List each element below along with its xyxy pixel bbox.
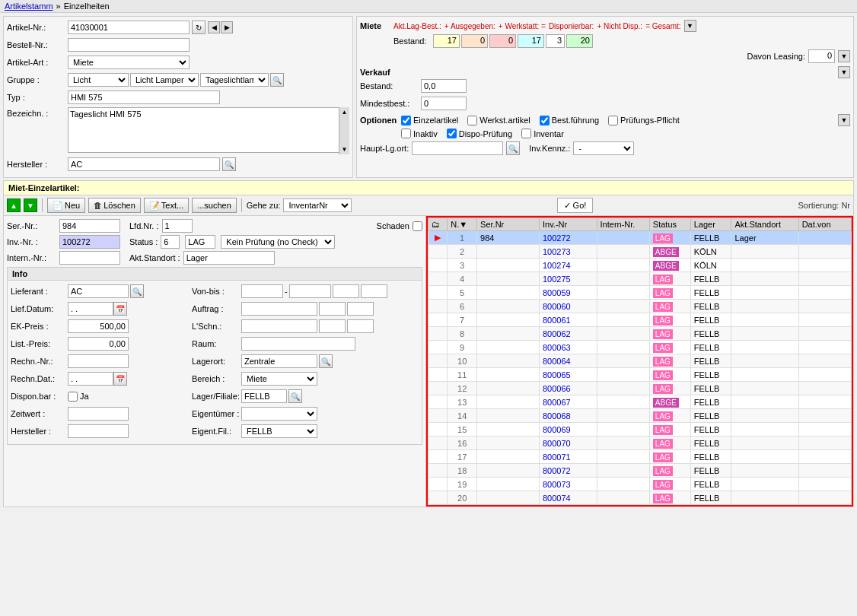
th-lager[interactable]: Lager xyxy=(690,218,731,231)
table-row[interactable]: 17 800071 LAG FELLB xyxy=(428,450,852,464)
rechn-nr-input[interactable] xyxy=(68,354,129,368)
hersteller-info-input[interactable] xyxy=(68,424,129,438)
th-aktStandort[interactable]: Akt.Standort xyxy=(731,218,798,231)
dispon-bar-cb[interactable] xyxy=(68,392,78,402)
lager-filiale-input[interactable] xyxy=(241,389,287,403)
up-arrow-btn[interactable]: ▲ xyxy=(7,198,21,212)
einzelartikel-cb[interactable] xyxy=(401,116,411,125)
down-arrow-btn[interactable]: ▼ xyxy=(24,198,37,212)
neu-btn[interactable]: 📄 Neu xyxy=(47,198,85,213)
artikel-art-select[interactable]: Miete xyxy=(68,56,190,69)
lieferant-input[interactable] xyxy=(68,284,129,298)
zeitwert-input[interactable] xyxy=(68,407,129,421)
ser-nr-input[interactable] xyxy=(59,219,120,233)
lagerort-input[interactable] xyxy=(241,354,317,368)
l-schn-extra1[interactable] xyxy=(319,319,346,333)
raum-input[interactable] xyxy=(241,337,355,351)
miete-dropdown-btn[interactable]: ▼ xyxy=(684,20,696,32)
hersteller-search-btn[interactable]: 🔍 xyxy=(222,157,236,171)
th-internNr[interactable]: Intern-Nr. xyxy=(597,218,649,231)
auftrag-input[interactable] xyxy=(241,302,317,316)
table-row[interactable]: 15 800069 LAG FELLB xyxy=(428,423,852,437)
table-row[interactable]: 4 100275 LAG FELLB xyxy=(428,272,852,286)
dispo-pruefung-cb[interactable] xyxy=(447,129,457,138)
bis-input[interactable] xyxy=(289,284,331,298)
table-row[interactable]: 9 800063 LAG FELLB xyxy=(428,341,852,354)
ek-preis-input[interactable] xyxy=(68,319,129,333)
breadcrumb-root[interactable]: Artikelstamm xyxy=(5,2,53,11)
text-btn[interactable]: 📝 Text... xyxy=(144,198,189,213)
verkauf-bestand-input[interactable] xyxy=(421,79,467,93)
gruppe-select3[interactable]: Tageslichtlam xyxy=(200,73,269,87)
table-row[interactable]: 2 100273 ABGE KÖLN xyxy=(428,245,852,259)
bezeichnung-textarea[interactable]: Tageslicht HMI 575 xyxy=(68,107,349,153)
th-invNr[interactable]: Inv.-Nr xyxy=(539,218,597,231)
list-preis-input[interactable] xyxy=(68,337,129,351)
table-row[interactable]: 5 800059 LAG FELLB xyxy=(428,286,852,300)
th-datVon[interactable]: Dat.von xyxy=(798,218,851,231)
table-row[interactable]: 8 800062 LAG FELLB xyxy=(428,327,852,341)
lager-filiale-search-btn[interactable]: 🔍 xyxy=(288,389,302,403)
table-row[interactable]: 18 800072 LAG FELLB xyxy=(428,464,852,478)
inventar-cb[interactable] xyxy=(521,129,531,138)
best-fuehrung-cb[interactable] xyxy=(540,116,550,125)
haupt-lg-input[interactable] xyxy=(412,141,503,155)
lfd-nr-input[interactable] xyxy=(162,219,193,233)
hersteller-input[interactable] xyxy=(68,157,220,171)
eigent-fil-select[interactable]: FELLB xyxy=(241,424,317,438)
artikel-nr-input[interactable]: 41030001 xyxy=(68,21,190,34)
von-input[interactable] xyxy=(241,284,283,298)
gruppe-search-btn[interactable]: 🔍 xyxy=(270,73,284,87)
go-btn[interactable]: ✓ Go! xyxy=(557,198,594,213)
table-row[interactable]: 7 800061 LAG FELLB xyxy=(428,313,852,327)
auftrag-extra2[interactable] xyxy=(347,302,374,316)
akt-standort-input[interactable] xyxy=(183,251,275,265)
intern-nr-input[interactable] xyxy=(59,251,120,265)
lagerort-search-btn[interactable]: 🔍 xyxy=(319,354,333,368)
table-row[interactable]: 3 100274 ABGE KÖLN xyxy=(428,259,852,272)
table-row[interactable]: 10 800064 LAG FELLB xyxy=(428,354,852,368)
auftrag-extra1[interactable] xyxy=(319,302,346,316)
typ-input[interactable] xyxy=(68,90,220,104)
table-row[interactable]: 19 800073 LAG FELLB xyxy=(428,478,852,491)
next-arrow[interactable]: ▶ xyxy=(221,21,233,33)
lag-input[interactable] xyxy=(185,235,215,249)
inv-nr-input[interactable] xyxy=(59,235,120,249)
table-row[interactable]: ▶ 1 984 100272 LAG FELLB Lager xyxy=(428,231,852,245)
th-serNr[interactable]: Ser.Nr xyxy=(477,218,540,231)
eigentuemer-select[interactable] xyxy=(241,407,317,421)
table-row[interactable]: 11 800065 LAG FELLB xyxy=(428,368,852,382)
schaden-cb[interactable] xyxy=(413,221,422,231)
optionen-dropdown-btn[interactable]: ▼ xyxy=(838,114,850,126)
inaktiv-cb[interactable] xyxy=(401,129,411,138)
gehe-zu-select[interactable]: InventarNr xyxy=(283,198,352,212)
table-row[interactable]: 14 800068 LAG FELLB xyxy=(428,409,852,423)
von-extra2[interactable] xyxy=(361,284,387,298)
pruefungs-pflicht-cb[interactable] xyxy=(608,116,618,125)
gruppe-select2[interactable]: Licht Lampen xyxy=(130,73,199,87)
rechn-dat-input[interactable] xyxy=(68,372,113,386)
verkauf-dropdown-btn[interactable]: ▼ xyxy=(838,66,850,78)
table-row[interactable]: 12 800066 LAG FELLB xyxy=(428,382,852,395)
table-wrapper[interactable]: 🗂 N.▼ Ser.Nr Inv.-Nr Intern-Nr. Status L… xyxy=(428,218,852,505)
loeschen-btn[interactable]: 🗑 Löschen xyxy=(88,198,141,213)
prev-arrow[interactable]: ◀ xyxy=(208,21,220,33)
table-row[interactable]: 16 800070 LAG FELLB xyxy=(428,437,852,450)
th-n[interactable]: N.▼ xyxy=(448,218,477,231)
lieferant-search-btn[interactable]: 🔍 xyxy=(130,284,144,298)
status-input[interactable] xyxy=(161,235,180,249)
table-row[interactable]: 13 800067 ABGE FELLB xyxy=(428,395,852,409)
table-row[interactable]: 20 800074 LAG FELLB xyxy=(428,491,852,505)
bestell-nr-input[interactable] xyxy=(68,38,190,52)
davon-leasing-dropdown[interactable]: ▼ xyxy=(838,50,850,62)
kein-pruefung-select[interactable]: Kein Prüfung (no Check) xyxy=(221,235,335,249)
lief-datum-input[interactable] xyxy=(68,302,113,316)
gruppe-select1[interactable]: Licht xyxy=(68,73,129,87)
von-extra1[interactable] xyxy=(333,284,359,298)
l-schn-input[interactable] xyxy=(241,319,317,333)
lief-datum-cal-btn[interactable]: 📅 xyxy=(113,302,127,316)
werkst-artikel-cb[interactable] xyxy=(467,116,477,125)
table-row[interactable]: 6 800060 LAG FELLB xyxy=(428,300,852,313)
bereich-select[interactable]: Miete xyxy=(241,372,317,386)
haupt-lg-search-btn[interactable]: 🔍 xyxy=(506,141,520,155)
